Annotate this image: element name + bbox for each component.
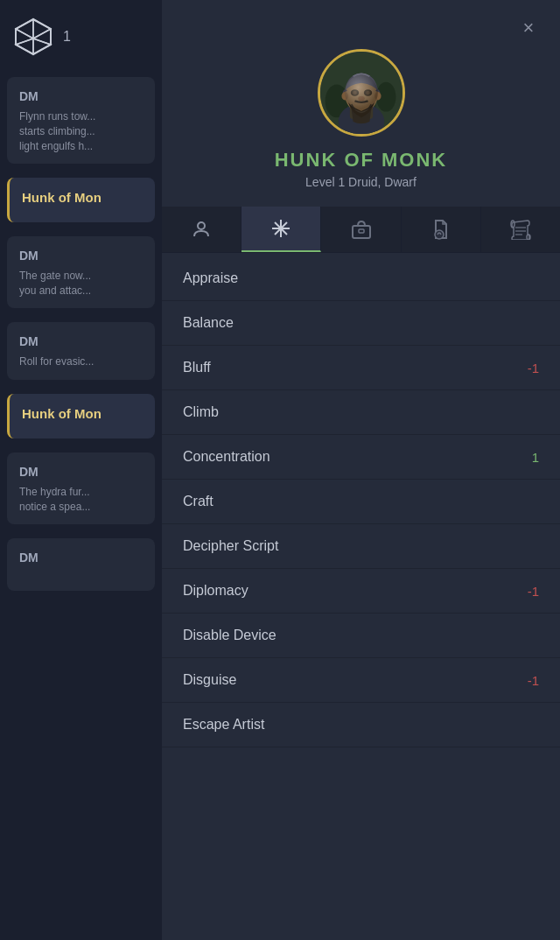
svg-rect-27: [353, 226, 370, 238]
svg-rect-28: [359, 229, 364, 233]
skill-row[interactable]: Balance: [162, 301, 560, 346]
skill-modifier: -1: [528, 584, 539, 599]
skill-name: Decipher Script: [183, 538, 278, 554]
svg-marker-1: [33, 19, 51, 39]
sidebar-item-player-2[interactable]: Hunk of Mon: [7, 394, 155, 438]
dm-label-3: DM: [19, 333, 143, 351]
skill-name: Escape Artist: [183, 717, 264, 733]
dice-icon: [14, 18, 52, 56]
player-label-2: Hunk of Mon: [22, 404, 143, 424]
skill-row[interactable]: Disable Device: [162, 614, 560, 658]
tab-profile[interactable]: [162, 207, 242, 252]
sidebar-item-dm-3[interactable]: DM Roll for evasic...: [7, 322, 155, 380]
svg-marker-3: [16, 29, 33, 45]
tab-notes[interactable]: [402, 207, 481, 252]
skill-row[interactable]: Bluff-1: [162, 346, 560, 390]
sidebar-number: 1: [63, 29, 71, 45]
dm-label-5: DM: [19, 549, 143, 567]
skill-modifier: -1: [528, 673, 539, 688]
skill-row[interactable]: Appraise: [162, 256, 560, 301]
skill-row[interactable]: Diplomacy-1: [162, 569, 560, 614]
svg-marker-2: [16, 19, 33, 39]
skill-name: Disable Device: [183, 628, 276, 643]
close-button[interactable]: ×: [514, 14, 542, 42]
skill-name: Diplomacy: [183, 583, 248, 599]
dm-text-2: The gate now...you and attac...: [19, 269, 143, 298]
dm-text: Flynn runs tow...starts climbing...light…: [19, 109, 143, 153]
skills-list: AppraiseBalanceBluff-1ClimbConcentration…: [162, 256, 560, 940]
skill-name: Concentration: [183, 449, 270, 465]
skill-row[interactable]: Escape Artist: [162, 703, 560, 747]
character-name: HUNK OF MONK: [275, 149, 448, 172]
sidebar-item-player-1[interactable]: Hunk of Mon: [7, 178, 155, 222]
skill-name: Craft: [183, 494, 214, 509]
dm-text-4: The hydra fur...notice a spea...: [19, 485, 143, 515]
skill-name: Balance: [183, 315, 234, 331]
dm-label-4: DM: [19, 463, 143, 481]
skill-row[interactable]: Craft: [162, 480, 560, 524]
svg-point-29: [435, 230, 444, 239]
skill-name: Disguise: [183, 672, 236, 688]
svg-marker-4: [33, 29, 51, 45]
skill-name: Bluff: [183, 360, 211, 375]
sidebar-item-dm-2[interactable]: DM The gate now...you and attac...: [7, 236, 155, 309]
skill-modifier: 1: [532, 450, 539, 465]
sidebar-item-dm-1[interactable]: DM Flynn runs tow...starts climbing...li…: [7, 77, 155, 164]
character-subtitle: Level 1 Druid, Dwarf: [305, 175, 416, 189]
dm-label-2: DM: [19, 247, 143, 265]
skill-row[interactable]: Disguise-1: [162, 658, 560, 703]
skill-row[interactable]: Decipher Script: [162, 524, 560, 569]
player-label-1: Hunk of Mon: [22, 188, 143, 208]
tab-scroll[interactable]: [481, 207, 560, 252]
character-header: HUNK OF MONK Level 1 Druid, Dwarf: [162, 49, 560, 207]
tab-inventory[interactable]: [321, 207, 401, 252]
tab-skills[interactable]: [242, 207, 321, 252]
sidebar: 1 DM Flynn runs tow...starts climbing...…: [0, 0, 162, 940]
sidebar-item-dm-5[interactable]: DM: [7, 538, 155, 591]
sidebar-header: 1: [0, 0, 162, 74]
sidebar-item-dm-4[interactable]: DM The hydra fur...notice a spea...: [7, 452, 155, 525]
skill-modifier: -1: [528, 361, 539, 375]
dm-text-3: Roll for evasic...: [19, 354, 143, 369]
tab-bar: [162, 207, 560, 253]
panel-header: ×: [162, 0, 560, 49]
skill-name: Climb: [183, 404, 219, 420]
svg-point-21: [345, 74, 378, 110]
svg-point-22: [198, 222, 205, 229]
skill-name: Appraise: [183, 270, 238, 286]
main-panel: ×: [162, 0, 560, 940]
skill-row[interactable]: Climb: [162, 390, 560, 435]
skill-row[interactable]: Concentration1: [162, 435, 560, 480]
dm-label: DM: [19, 88, 143, 106]
avatar: [318, 49, 405, 137]
